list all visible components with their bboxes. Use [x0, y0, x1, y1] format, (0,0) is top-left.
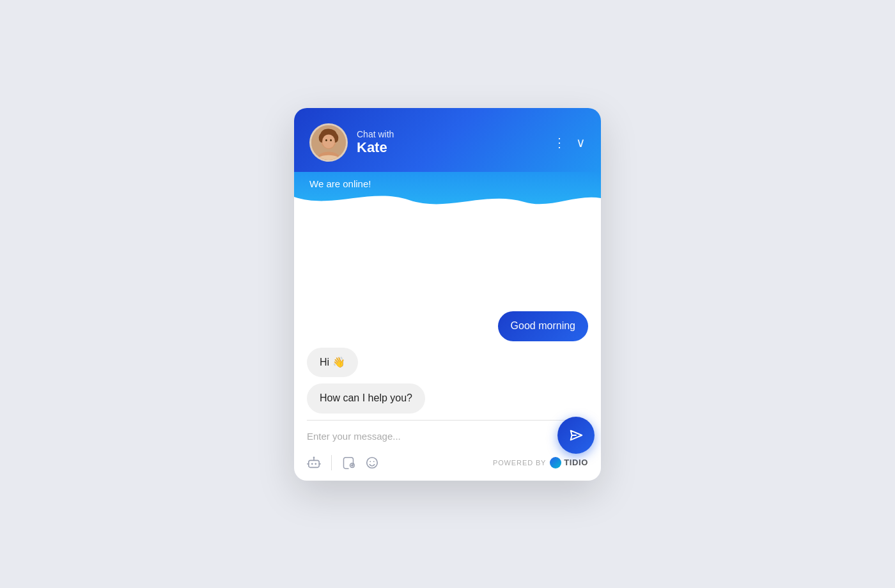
- toolbar-divider-1: [331, 455, 332, 470]
- tidio-brand-name: TIDIO: [564, 458, 588, 467]
- more-options-button[interactable]: ⋮: [553, 136, 566, 149]
- message-row: How can I help you?: [307, 383, 588, 413]
- message-bubble-outgoing: Good morning: [498, 311, 588, 341]
- svg-point-14: [313, 456, 315, 458]
- attachment-icon[interactable]: [342, 456, 355, 470]
- svg-point-7: [330, 139, 332, 141]
- header-actions: ⋮ ∨: [553, 136, 586, 149]
- chat-widget: Chat with Kate ⋮ ∨ We are online! Good m…: [294, 108, 601, 481]
- svg-point-11: [311, 463, 313, 465]
- send-button[interactable]: [557, 417, 595, 454]
- message-input[interactable]: [307, 431, 556, 442]
- message-row: Good morning: [307, 311, 588, 341]
- message-bubble-incoming-2: How can I help you?: [307, 383, 425, 413]
- powered-by: POWERED BY TIDIO: [493, 457, 588, 468]
- svg-point-5: [322, 134, 335, 148]
- tidio-logo: TIDIO: [550, 457, 588, 468]
- wave-divider: [294, 184, 601, 216]
- powered-by-label: POWERED BY: [493, 459, 546, 467]
- header-subtitle: Chat with: [357, 129, 394, 139]
- tidio-dot-icon: [550, 457, 561, 468]
- send-icon: [569, 428, 583, 442]
- svg-point-18: [370, 461, 371, 462]
- bot-icon[interactable]: [307, 456, 321, 470]
- chat-input-area: [294, 421, 601, 450]
- chat-header: Chat with Kate ⋮ ∨: [294, 108, 601, 172]
- chat-toolbar: POWERED BY TIDIO: [294, 450, 601, 481]
- header-text: Chat with Kate: [357, 129, 394, 156]
- header-title: Kate: [357, 139, 394, 156]
- status-bar: We are online!: [294, 172, 601, 215]
- svg-point-19: [373, 461, 375, 462]
- svg-rect-10: [309, 460, 320, 467]
- svg-point-12: [315, 463, 316, 465]
- header-left: Chat with Kate: [309, 123, 394, 162]
- chat-messages: Good morning Hi 👋 How can I help you?: [294, 215, 601, 420]
- emoji-icon[interactable]: [365, 456, 379, 470]
- svg-point-6: [325, 139, 327, 141]
- message-bubble-incoming-1: Hi 👋: [307, 348, 358, 377]
- message-row: Hi 👋: [307, 348, 588, 377]
- collapse-button[interactable]: ∨: [576, 136, 586, 149]
- avatar: [309, 123, 348, 162]
